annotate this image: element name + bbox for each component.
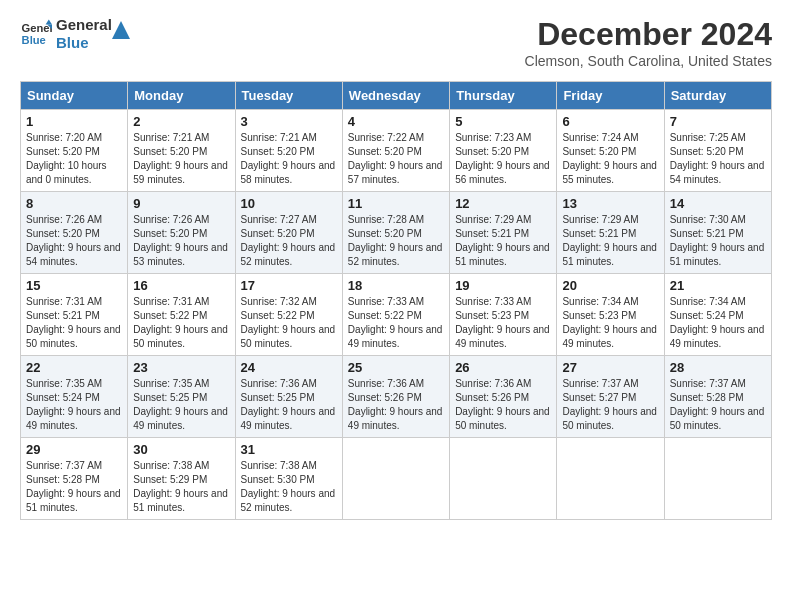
calendar-header-monday: Monday: [128, 82, 235, 110]
calendar-cell: 13Sunrise: 7:29 AMSunset: 5:21 PMDayligh…: [557, 192, 664, 274]
day-info: Sunrise: 7:20 AMSunset: 5:20 PMDaylight:…: [26, 131, 122, 187]
calendar-cell: 18Sunrise: 7:33 AMSunset: 5:22 PMDayligh…: [342, 274, 449, 356]
page-container: General Blue General Blue December 2024 …: [20, 16, 772, 520]
logo-triangle-icon: [112, 21, 130, 39]
day-info: Sunrise: 7:27 AMSunset: 5:20 PMDaylight:…: [241, 213, 337, 269]
day-number: 5: [455, 114, 551, 129]
day-info: Sunrise: 7:21 AMSunset: 5:20 PMDaylight:…: [133, 131, 229, 187]
day-number: 11: [348, 196, 444, 211]
calendar-cell: 30Sunrise: 7:38 AMSunset: 5:29 PMDayligh…: [128, 438, 235, 520]
day-number: 25: [348, 360, 444, 375]
day-number: 19: [455, 278, 551, 293]
calendar-cell: 6Sunrise: 7:24 AMSunset: 5:20 PMDaylight…: [557, 110, 664, 192]
day-number: 6: [562, 114, 658, 129]
day-number: 4: [348, 114, 444, 129]
logo-icon: General Blue: [20, 18, 52, 50]
day-number: 7: [670, 114, 766, 129]
day-info: Sunrise: 7:32 AMSunset: 5:22 PMDaylight:…: [241, 295, 337, 351]
day-number: 31: [241, 442, 337, 457]
day-info: Sunrise: 7:30 AMSunset: 5:21 PMDaylight:…: [670, 213, 766, 269]
day-info: Sunrise: 7:23 AMSunset: 5:20 PMDaylight:…: [455, 131, 551, 187]
calendar-cell: 25Sunrise: 7:36 AMSunset: 5:26 PMDayligh…: [342, 356, 449, 438]
day-info: Sunrise: 7:35 AMSunset: 5:25 PMDaylight:…: [133, 377, 229, 433]
day-info: Sunrise: 7:26 AMSunset: 5:20 PMDaylight:…: [133, 213, 229, 269]
day-info: Sunrise: 7:29 AMSunset: 5:21 PMDaylight:…: [455, 213, 551, 269]
calendar-cell: 9Sunrise: 7:26 AMSunset: 5:20 PMDaylight…: [128, 192, 235, 274]
day-number: 1: [26, 114, 122, 129]
calendar-header-tuesday: Tuesday: [235, 82, 342, 110]
calendar-cell: 20Sunrise: 7:34 AMSunset: 5:23 PMDayligh…: [557, 274, 664, 356]
day-info: Sunrise: 7:33 AMSunset: 5:22 PMDaylight:…: [348, 295, 444, 351]
calendar-week-row: 15Sunrise: 7:31 AMSunset: 5:21 PMDayligh…: [21, 274, 772, 356]
calendar-cell: 5Sunrise: 7:23 AMSunset: 5:20 PMDaylight…: [450, 110, 557, 192]
day-info: Sunrise: 7:22 AMSunset: 5:20 PMDaylight:…: [348, 131, 444, 187]
calendar-cell: 11Sunrise: 7:28 AMSunset: 5:20 PMDayligh…: [342, 192, 449, 274]
calendar-cell: 16Sunrise: 7:31 AMSunset: 5:22 PMDayligh…: [128, 274, 235, 356]
day-info: Sunrise: 7:34 AMSunset: 5:24 PMDaylight:…: [670, 295, 766, 351]
day-number: 16: [133, 278, 229, 293]
day-info: Sunrise: 7:36 AMSunset: 5:26 PMDaylight:…: [455, 377, 551, 433]
day-number: 26: [455, 360, 551, 375]
calendar-cell: 15Sunrise: 7:31 AMSunset: 5:21 PMDayligh…: [21, 274, 128, 356]
day-number: 27: [562, 360, 658, 375]
calendar-cell: 2Sunrise: 7:21 AMSunset: 5:20 PMDaylight…: [128, 110, 235, 192]
day-number: 30: [133, 442, 229, 457]
day-number: 2: [133, 114, 229, 129]
day-info: Sunrise: 7:31 AMSunset: 5:21 PMDaylight:…: [26, 295, 122, 351]
day-number: 17: [241, 278, 337, 293]
day-number: 20: [562, 278, 658, 293]
calendar-header-saturday: Saturday: [664, 82, 771, 110]
svg-marker-4: [112, 21, 130, 39]
day-info: Sunrise: 7:35 AMSunset: 5:24 PMDaylight:…: [26, 377, 122, 433]
day-number: 8: [26, 196, 122, 211]
calendar-cell: 31Sunrise: 7:38 AMSunset: 5:30 PMDayligh…: [235, 438, 342, 520]
calendar-cell: 23Sunrise: 7:35 AMSunset: 5:25 PMDayligh…: [128, 356, 235, 438]
day-number: 13: [562, 196, 658, 211]
calendar-cell: [557, 438, 664, 520]
day-number: 28: [670, 360, 766, 375]
day-info: Sunrise: 7:29 AMSunset: 5:21 PMDaylight:…: [562, 213, 658, 269]
day-info: Sunrise: 7:28 AMSunset: 5:20 PMDaylight:…: [348, 213, 444, 269]
calendar-cell: [664, 438, 771, 520]
day-info: Sunrise: 7:37 AMSunset: 5:28 PMDaylight:…: [670, 377, 766, 433]
calendar-cell: 28Sunrise: 7:37 AMSunset: 5:28 PMDayligh…: [664, 356, 771, 438]
calendar-table: SundayMondayTuesdayWednesdayThursdayFrid…: [20, 81, 772, 520]
calendar-week-row: 22Sunrise: 7:35 AMSunset: 5:24 PMDayligh…: [21, 356, 772, 438]
logo-text: General Blue: [56, 16, 112, 52]
calendar-header-friday: Friday: [557, 82, 664, 110]
day-number: 9: [133, 196, 229, 211]
day-info: Sunrise: 7:38 AMSunset: 5:30 PMDaylight:…: [241, 459, 337, 515]
day-number: 15: [26, 278, 122, 293]
calendar-week-row: 8Sunrise: 7:26 AMSunset: 5:20 PMDaylight…: [21, 192, 772, 274]
calendar-week-row: 1Sunrise: 7:20 AMSunset: 5:20 PMDaylight…: [21, 110, 772, 192]
day-number: 3: [241, 114, 337, 129]
calendar-cell: [450, 438, 557, 520]
calendar-cell: 10Sunrise: 7:27 AMSunset: 5:20 PMDayligh…: [235, 192, 342, 274]
day-info: Sunrise: 7:36 AMSunset: 5:26 PMDaylight:…: [348, 377, 444, 433]
calendar-cell: 3Sunrise: 7:21 AMSunset: 5:20 PMDaylight…: [235, 110, 342, 192]
day-info: Sunrise: 7:34 AMSunset: 5:23 PMDaylight:…: [562, 295, 658, 351]
calendar-cell: 26Sunrise: 7:36 AMSunset: 5:26 PMDayligh…: [450, 356, 557, 438]
subtitle: Clemson, South Carolina, United States: [525, 53, 772, 69]
month-title: December 2024: [525, 16, 772, 53]
calendar-cell: 24Sunrise: 7:36 AMSunset: 5:25 PMDayligh…: [235, 356, 342, 438]
day-info: Sunrise: 7:36 AMSunset: 5:25 PMDaylight:…: [241, 377, 337, 433]
day-number: 18: [348, 278, 444, 293]
day-number: 29: [26, 442, 122, 457]
calendar-cell: 21Sunrise: 7:34 AMSunset: 5:24 PMDayligh…: [664, 274, 771, 356]
logo: General Blue General Blue: [20, 16, 130, 52]
calendar-cell: 22Sunrise: 7:35 AMSunset: 5:24 PMDayligh…: [21, 356, 128, 438]
day-number: 22: [26, 360, 122, 375]
day-number: 14: [670, 196, 766, 211]
day-info: Sunrise: 7:26 AMSunset: 5:20 PMDaylight:…: [26, 213, 122, 269]
calendar-cell: [342, 438, 449, 520]
calendar-cell: 27Sunrise: 7:37 AMSunset: 5:27 PMDayligh…: [557, 356, 664, 438]
day-info: Sunrise: 7:38 AMSunset: 5:29 PMDaylight:…: [133, 459, 229, 515]
day-number: 21: [670, 278, 766, 293]
day-number: 10: [241, 196, 337, 211]
calendar-cell: 7Sunrise: 7:25 AMSunset: 5:20 PMDaylight…: [664, 110, 771, 192]
calendar-cell: 4Sunrise: 7:22 AMSunset: 5:20 PMDaylight…: [342, 110, 449, 192]
calendar-week-row: 29Sunrise: 7:37 AMSunset: 5:28 PMDayligh…: [21, 438, 772, 520]
calendar-header-row: SundayMondayTuesdayWednesdayThursdayFrid…: [21, 82, 772, 110]
calendar-cell: 29Sunrise: 7:37 AMSunset: 5:28 PMDayligh…: [21, 438, 128, 520]
